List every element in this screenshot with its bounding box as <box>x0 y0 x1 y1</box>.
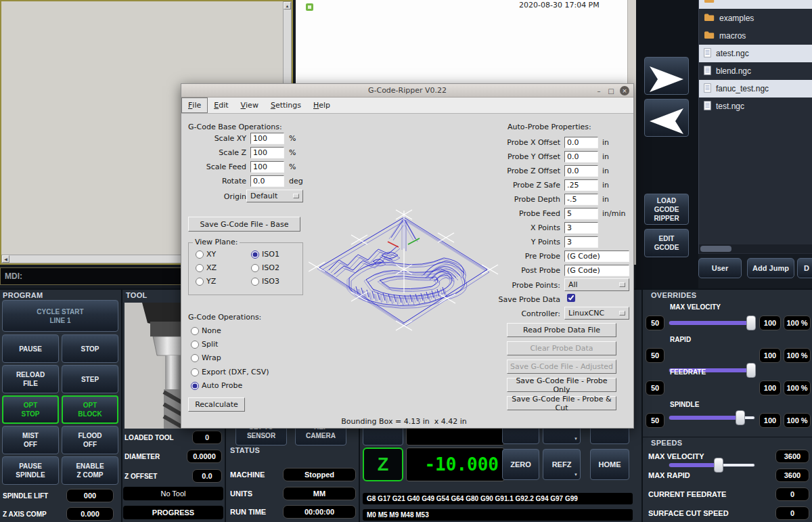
menu-file[interactable]: File <box>181 97 208 113</box>
radio-input[interactable] <box>191 354 199 362</box>
radio-op-wrap[interactable]: Wrap <box>191 353 221 362</box>
enable-zcomp-button[interactable]: ENABLE Z COMP <box>62 456 118 485</box>
home-z-button[interactable]: HOME <box>590 449 629 480</box>
pre-probe-label: Pre Probe <box>498 252 560 261</box>
slider-handle[interactable] <box>746 363 756 378</box>
scroll-left-icon[interactable]: ◀ <box>2 255 9 263</box>
z-axis-select-button[interactable]: Z <box>363 448 403 481</box>
rotate-input[interactable] <box>250 175 284 187</box>
menu-view[interactable]: View <box>235 97 265 113</box>
radio-view-iso2[interactable]: ISO2 <box>251 263 279 272</box>
flood-button[interactable]: FLOOD OFF <box>62 426 118 454</box>
file-row[interactable]: blend.ngc <box>699 62 812 80</box>
maximize-button[interactable]: □ <box>606 86 616 95</box>
slider-handle[interactable] <box>714 458 723 473</box>
radio-input[interactable] <box>251 278 259 286</box>
gcode-preview-canvas[interactable] <box>309 123 499 415</box>
opt-block-button[interactable]: OPT BLOCK <box>62 395 118 424</box>
radio-input[interactable] <box>191 327 199 335</box>
pause-button[interactable]: PAUSE <box>2 334 59 363</box>
scale-xy-input[interactable] <box>250 133 284 144</box>
radio-view-iso1[interactable]: ISO1 <box>251 250 279 259</box>
prev-arrow-button[interactable] <box>644 99 689 137</box>
max-velocity-slider[interactable] <box>669 316 755 330</box>
add-jump-button[interactable]: Add Jump <box>747 258 794 278</box>
radio-view-iso3[interactable]: ISO3 <box>251 277 279 286</box>
file-row[interactable]: test.ngc <box>699 97 812 115</box>
radio-op-split[interactable]: Split <box>191 340 218 349</box>
radio-input[interactable] <box>196 278 204 286</box>
window-titlebar[interactable]: G-Code-Ripper V0.22 – □ × <box>181 84 633 97</box>
minimize-button[interactable]: – <box>594 86 604 95</box>
radio-input[interactable] <box>251 251 259 259</box>
scale-z-input[interactable] <box>250 147 284 158</box>
save-probe-data-checkbox[interactable] <box>567 294 575 302</box>
file-row-partial[interactable] <box>699 0 812 9</box>
pre-probe-input[interactable] <box>564 251 629 262</box>
file-row-selected[interactable]: fanuc_test.ngc <box>699 80 812 97</box>
ref-z-button[interactable]: REFZ ▼ <box>543 449 581 480</box>
recalculate-button[interactable]: Recalculate <box>188 397 245 412</box>
pause-spindle-button[interactable]: PAUSE SPINDLE <box>2 456 59 485</box>
close-button[interactable]: × <box>620 86 629 95</box>
scrollbar-thumb[interactable] <box>700 246 731 252</box>
probe-z-safe-input[interactable] <box>564 179 598 191</box>
probe-x-offset-input[interactable] <box>564 137 598 148</box>
probe-y-offset-input[interactable] <box>564 151 598 162</box>
radio-input[interactable] <box>191 368 199 376</box>
radio-view-xz[interactable]: XZ <box>196 263 217 272</box>
radio-op-none[interactable]: None <box>191 326 221 335</box>
file-row[interactable]: macros <box>699 27 812 45</box>
y-points-input[interactable] <box>564 236 598 248</box>
slider-handle[interactable] <box>746 316 756 330</box>
stop-button[interactable]: STOP <box>62 334 118 363</box>
zero-z-button[interactable]: ZERO <box>502 449 539 480</box>
file-row-selected[interactable]: atest.ngc <box>699 45 812 62</box>
mist-button[interactable]: MIST OFF <box>2 426 59 454</box>
partial-right-button[interactable]: D <box>797 258 812 278</box>
clear-probe-data-button[interactable]: Clear Probe Data <box>507 341 616 355</box>
post-probe-input[interactable] <box>564 265 629 276</box>
user-button[interactable]: User <box>698 258 742 278</box>
probe-feed-input[interactable] <box>564 208 598 219</box>
radio-view-xy[interactable]: XY <box>196 250 216 259</box>
radio-input[interactable] <box>196 251 204 259</box>
radio-input[interactable] <box>251 264 259 272</box>
save-gcode-probe-only-button[interactable]: Save G-Code File - Probe Only <box>507 378 616 392</box>
surface-cut-speed-value: 0 <box>775 506 809 520</box>
controller-dropdown[interactable]: LinuxCNC <box>564 307 629 320</box>
x-points-input[interactable] <box>564 222 598 234</box>
radio-input[interactable] <box>196 264 204 272</box>
reload-file-button[interactable]: RELOAD FILE <box>2 365 59 393</box>
load-gcode-ripper-button[interactable]: LOAD GCODE RIPPER <box>644 194 689 225</box>
opt-stop-button[interactable]: OPT STOP <box>2 395 59 424</box>
probe-z-offset-input[interactable] <box>564 165 598 177</box>
radio-input[interactable] <box>191 341 199 349</box>
edit-gcode-button[interactable]: EDIT GCODE <box>644 229 689 257</box>
scale-feed-input[interactable] <box>250 161 284 173</box>
next-arrow-button[interactable] <box>644 57 689 95</box>
read-probe-data-button[interactable]: Read Probe Data File <box>507 323 616 337</box>
file-row[interactable]: examples <box>699 9 812 27</box>
file-list-hscrollbar[interactable] <box>699 244 812 253</box>
probe-points-dropdown[interactable]: All <box>564 278 629 291</box>
save-gcode-probe-cut-button[interactable]: Save G-Code File - Probe & Cut <box>507 396 616 410</box>
radio-op-auto-probe[interactable]: Auto Probe <box>191 381 242 390</box>
probe-depth-input[interactable] <box>564 194 598 205</box>
menu-help[interactable]: Help <box>307 97 336 113</box>
origin-dropdown[interactable]: Default <box>246 190 303 202</box>
scroll-up-icon[interactable]: ▲ <box>284 2 291 9</box>
save-gcode-base-button[interactable]: Save G-Code File - Base <box>188 217 300 232</box>
radio-input[interactable] <box>191 382 199 390</box>
menu-settings[interactable]: Settings <box>265 97 307 113</box>
feedrate-slider[interactable] <box>669 410 755 425</box>
cycle-start-button[interactable]: CYCLE START LINE 1 <box>2 300 118 332</box>
probe-depth-label: Probe Depth <box>498 195 560 204</box>
slider-handle[interactable] <box>736 410 745 425</box>
menu-edit[interactable]: Edit <box>208 97 234 113</box>
radio-op-export[interactable]: Export (DXF, CSV) <box>191 368 269 376</box>
step-button[interactable]: STEP <box>62 365 118 393</box>
controller-value: LinuxCNC <box>568 309 604 318</box>
radio-view-yz[interactable]: YZ <box>196 277 216 286</box>
save-gcode-adjusted-button[interactable]: Save G-Code File - Adjusted <box>507 360 616 374</box>
